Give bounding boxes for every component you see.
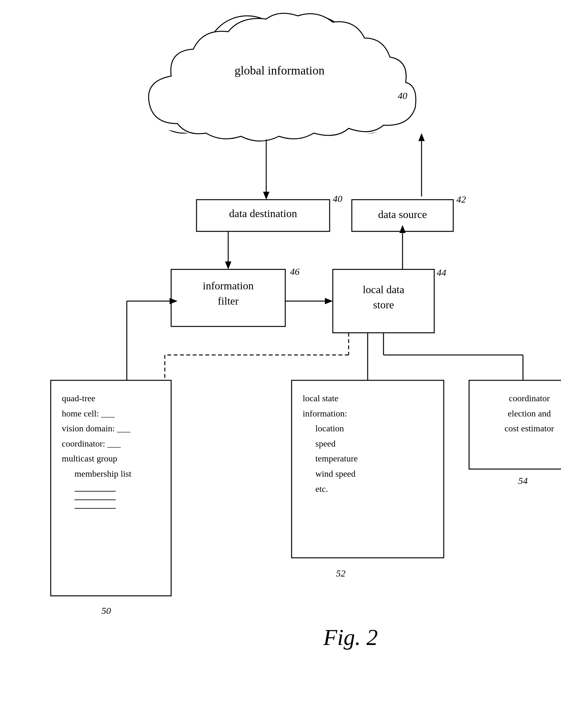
svg-point-4	[276, 16, 352, 92]
quad-tree-content: quad-tree home cell: ___ vision domain: …	[55, 386, 138, 521]
diagram-container: global information 40 data destination 4…	[0, 0, 561, 728]
local-data-store-ref: 44	[437, 267, 446, 278]
local-data-store-label: local data store	[336, 282, 431, 312]
svg-marker-18	[325, 298, 333, 304]
svg-marker-21	[399, 225, 406, 233]
figure-label: Fig. 2	[323, 624, 378, 651]
svg-marker-15	[225, 261, 231, 269]
svg-point-5	[149, 63, 219, 133]
svg-point-7	[89, 38, 469, 139]
quad-tree-ref: 50	[101, 605, 111, 616]
svg-point-3	[206, 16, 288, 98]
cloud-label: global information	[235, 63, 325, 77]
coordinator-content: coordinator election and cost estimator	[472, 386, 561, 441]
svg-marker-9	[263, 192, 269, 200]
information-filter-label: information filter	[176, 278, 281, 308]
data-destination-ref: 40	[333, 193, 342, 204]
svg-point-6	[336, 70, 399, 133]
cloud-ref: 40	[398, 90, 407, 101]
data-source-ref: 42	[456, 194, 466, 205]
svg-point-2	[298, 44, 387, 133]
local-state-content: local state information: location speed …	[296, 386, 364, 501]
svg-point-1	[171, 44, 260, 133]
information-filter-ref: 46	[290, 266, 300, 277]
cloud-shape	[89, 16, 469, 139]
coordinator-ref: 54	[518, 475, 528, 486]
diagram-svg	[0, 0, 561, 728]
data-source-label: data source	[355, 209, 450, 221]
data-destination-label: data destination	[203, 208, 323, 220]
svg-marker-11	[418, 133, 425, 141]
local-state-ref: 52	[336, 568, 345, 579]
